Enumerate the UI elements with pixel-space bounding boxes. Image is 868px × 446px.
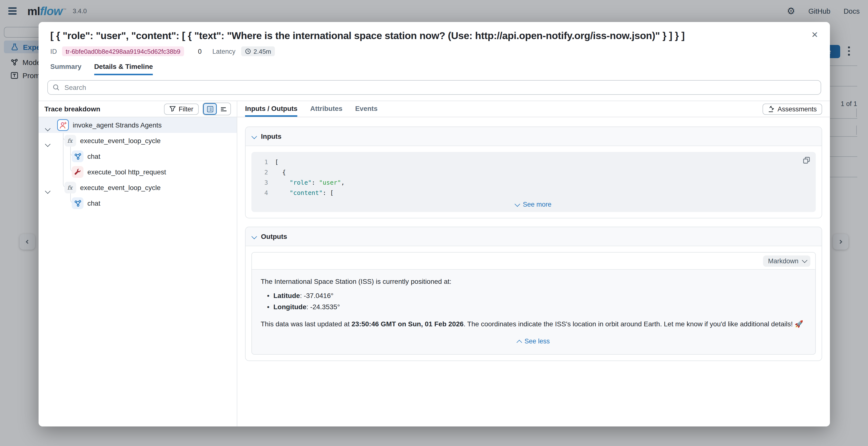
trace-span-label: execute_tool http_request [87, 168, 166, 176]
chevron-down-icon [252, 231, 256, 240]
inputs-title: Inputs [261, 132, 281, 140]
latency-value: 2.45m [254, 48, 271, 55]
close-icon[interactable]: ✕ [811, 31, 818, 39]
wrench-icon [72, 166, 84, 178]
latency-badge: 2.45m [241, 47, 275, 56]
id-label: ID [50, 48, 57, 55]
chevron-down-icon [252, 131, 256, 140]
function-icon: fx [64, 135, 76, 147]
trace-id-badge[interactable]: tr-6bfe0ad0b8e4298aa9194c5d62fc38b9 [62, 47, 184, 56]
assessments-label: Assessments [777, 105, 817, 113]
output-footer: This data was last updated at 23:50:46 G… [261, 319, 806, 329]
trace-span-label: execute_event_loop_cycle [80, 184, 161, 191]
code-line: 1[ [251, 157, 816, 167]
coordinates-list: Latitude: -37.0416° Longitude: -24.3535° [261, 291, 806, 312]
markdown-content: The International Space Station (ISS) is… [252, 270, 815, 354]
copy-icon[interactable] [803, 157, 810, 163]
trace-breakdown-pane: Trace breakdown Filter invoke_ag [38, 101, 237, 426]
chevron-down-icon[interactable] [46, 186, 50, 195]
code-line: 2 { [251, 167, 816, 177]
chevron-down-icon [802, 258, 807, 263]
detail-tabs: Inputs / Outputs Attributes Events [245, 101, 762, 117]
trace-span-label: chat [87, 199, 100, 207]
chevron-down-icon [515, 201, 520, 206]
assessments-button[interactable]: Assessments [762, 103, 822, 115]
filter-label: Filter [179, 105, 193, 113]
outputs-section: Outputs Markdown [245, 227, 822, 361]
gantt-view-icon [220, 106, 227, 112]
list-view-icon [207, 106, 213, 112]
span-detail-pane: Inputs / Outputs Attributes Events Asses… [237, 101, 830, 426]
filter-button[interactable]: Filter [164, 103, 199, 115]
code-line: 4 "content": [ [251, 187, 816, 198]
modal-tabs: Summary Details & Timeline [50, 61, 818, 75]
trace-tree-row[interactable]: chat [38, 149, 237, 164]
function-icon: fx [64, 182, 76, 194]
see-more-label: See more [523, 201, 551, 208]
search-input[interactable] [63, 83, 816, 92]
search-icon [53, 84, 60, 91]
tab-inputs-outputs[interactable]: Inputs / Outputs [245, 101, 298, 117]
agent-icon [57, 119, 69, 131]
chevron-up-icon [517, 340, 522, 345]
trace-span-label: invoke_agent Strands Agents [73, 121, 162, 129]
inputs-code-block: 1[2 {3 "role": "user",4 "content": [ See… [251, 152, 816, 212]
see-less-label: See less [525, 336, 550, 346]
trace-count: 0 [198, 48, 202, 55]
tab-details-timeline[interactable]: Details & Timeline [94, 61, 153, 75]
svg-text:fx: fx [67, 185, 73, 191]
chat-model-icon [72, 150, 84, 162]
chevron-down-icon[interactable] [46, 123, 50, 132]
trace-tree-row[interactable]: chat [38, 196, 237, 211]
trace-tree-row[interactable]: fxexecute_event_loop_cycle [38, 180, 237, 196]
trace-span-label: execute_event_loop_cycle [80, 137, 161, 145]
tab-events[interactable]: Events [355, 101, 378, 117]
timeline-view-button[interactable] [217, 103, 230, 115]
tab-summary[interactable]: Summary [50, 61, 82, 75]
filter-funnel-icon [169, 106, 176, 112]
renderer-dropdown[interactable]: Markdown [763, 255, 810, 266]
page: mlflow™ 3.4.0 ⚙ GitHub Docs Experiments … [0, 0, 868, 446]
list-item: Latitude: -37.0416° [273, 291, 806, 300]
trace-tree: invoke_agent Strands Agentsfxexecute_eve… [38, 117, 237, 426]
trace-breakdown-title: Trace breakdown [44, 105, 160, 113]
trace-span-label: chat [87, 152, 100, 160]
trace-tree-row[interactable]: fxexecute_event_loop_cycle [38, 133, 237, 149]
latency-label: Latency [212, 48, 236, 55]
output-intro: The International Space Station (ISS) is… [261, 276, 806, 286]
tab-attributes[interactable]: Attributes [310, 101, 342, 117]
chevron-down-icon[interactable] [46, 139, 50, 148]
trace-detail-modal: [ { "role": "user", "content": [ { "text… [38, 22, 830, 426]
trace-tree-row[interactable]: invoke_agent Strands Agents [38, 117, 237, 133]
chat-model-icon [72, 197, 84, 209]
outputs-title: Outputs [261, 233, 287, 240]
inputs-section: Inputs 1[2 {3 "role": "user",4 "content"… [245, 126, 822, 218]
outputs-viewer: Markdown The International Space Station… [251, 252, 816, 355]
svg-text:fx: fx [67, 138, 73, 144]
code-line: 3 "role": "user", [251, 177, 816, 187]
see-more-link[interactable]: See more [251, 201, 816, 208]
inputs-section-header[interactable]: Inputs [246, 127, 822, 146]
trace-title: [ { "role": "user", "content": [ { "text… [50, 30, 818, 41]
view-toggle [203, 102, 231, 115]
trace-search [48, 80, 821, 95]
gavel-icon [768, 106, 775, 112]
tree-view-button[interactable] [203, 103, 217, 115]
clock-icon [245, 48, 251, 54]
outputs-section-header[interactable]: Outputs [246, 227, 822, 246]
list-item: Longitude: -24.3535° [273, 302, 806, 312]
renderer-label: Markdown [768, 257, 799, 265]
see-less-link[interactable]: See less [261, 336, 806, 346]
trace-tree-row[interactable]: execute_tool http_request [38, 164, 237, 180]
